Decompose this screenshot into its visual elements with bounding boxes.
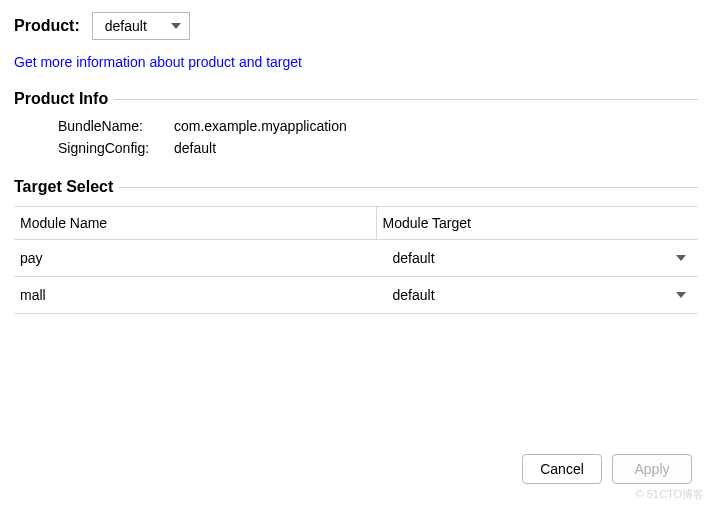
chevron-down-icon (676, 255, 686, 261)
cancel-button[interactable]: Cancel (522, 454, 602, 484)
info-key-bundlename: BundleName: (58, 118, 166, 134)
table-row: mall default (14, 277, 698, 314)
column-header-module-name: Module Name (14, 207, 377, 239)
product-select[interactable]: default (92, 12, 190, 40)
product-info-header: Product Info (14, 90, 698, 108)
apply-button: Apply (612, 454, 692, 484)
info-link[interactable]: Get more information about product and t… (14, 54, 302, 70)
info-value-signingconfig: default (174, 140, 216, 156)
info-key-signingconfig: SigningConfig: (58, 140, 166, 156)
module-target-select[interactable]: default (377, 240, 698, 276)
product-info-grid: BundleName: com.example.myapplication Si… (58, 118, 698, 156)
divider (119, 187, 698, 188)
module-target-table: Module Name Module Target pay default ma… (14, 206, 698, 314)
dialog-footer: Cancel Apply (522, 454, 692, 484)
module-name-cell: pay (14, 240, 377, 276)
divider (114, 99, 698, 100)
info-row: SigningConfig: default (58, 140, 698, 156)
product-select-value: default (105, 18, 147, 34)
column-header-module-target: Module Target (377, 207, 698, 239)
info-value-bundlename: com.example.myapplication (174, 118, 347, 134)
info-row: BundleName: com.example.myapplication (58, 118, 698, 134)
product-info-title: Product Info (14, 90, 108, 108)
product-label: Product: (14, 17, 80, 35)
target-select-title: Target Select (14, 178, 113, 196)
table-header-row: Module Name Module Target (14, 206, 698, 240)
chevron-down-icon (171, 23, 181, 29)
table-row: pay default (14, 240, 698, 277)
module-target-select[interactable]: default (377, 277, 698, 313)
module-target-value: default (393, 250, 435, 266)
watermark: © 51CTO博客 (636, 487, 704, 502)
target-select-header: Target Select (14, 178, 698, 196)
module-target-value: default (393, 287, 435, 303)
chevron-down-icon (676, 292, 686, 298)
module-name-cell: mall (14, 277, 377, 313)
